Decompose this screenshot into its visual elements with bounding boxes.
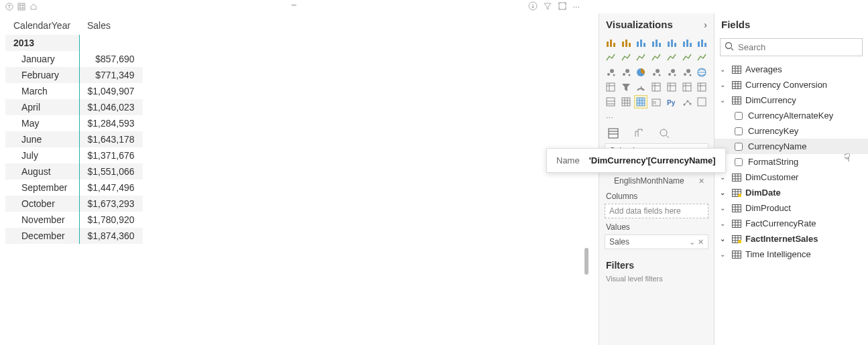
viz-type-icon[interactable] — [650, 37, 662, 49]
fields-table-item[interactable]: ⌄Currency Conversion — [715, 77, 868, 92]
collapse-pane-icon[interactable]: › — [704, 19, 707, 30]
viz-type-icon[interactable]: R — [650, 96, 662, 108]
columns-well-dropzone[interactable]: Add data fields here — [605, 204, 708, 218]
table-row[interactable]: December$1,874,360 — [5, 228, 143, 244]
table-row[interactable]: October$1,673,293 — [5, 196, 143, 212]
column-header-sales[interactable]: Sales — [79, 16, 143, 35]
viz-more-icon[interactable]: ··· — [599, 111, 714, 123]
fields-column-item[interactable]: CurrencyAlternateKey — [715, 108, 868, 123]
chevron-right-icon[interactable]: ⌄ — [720, 220, 728, 227]
fields-column-item[interactable]: CurrencyKey — [715, 123, 868, 139]
viz-type-icon[interactable] — [696, 37, 708, 49]
fields-table-item[interactable]: ⌄DimProduct — [715, 200, 868, 216]
arrow-up-icon[interactable] — [5, 3, 13, 11]
report-canvas[interactable]: CalendarYear Sales 2013January$857,690Fe… — [0, 13, 599, 345]
viz-type-icon[interactable] — [650, 52, 662, 64]
grid-icon[interactable] — [17, 3, 25, 11]
viz-type-icon[interactable] — [605, 37, 617, 49]
viz-type-icon[interactable] — [681, 81, 693, 93]
viz-type-icon[interactable]: Py — [666, 96, 678, 108]
viz-type-icon[interactable] — [620, 52, 632, 64]
matrix-visual[interactable]: CalendarYear Sales 2013January$857,690Fe… — [5, 16, 143, 244]
field-checkbox[interactable] — [735, 143, 743, 151]
more-icon[interactable]: ··· — [572, 1, 580, 13]
chevron-right-icon[interactable]: ⌄ — [720, 66, 728, 73]
viz-type-icon[interactable] — [650, 81, 662, 93]
rows-well-child-month[interactable]: EnglishMonthName ✕ — [605, 174, 708, 188]
viz-type-icon[interactable] — [696, 66, 708, 78]
remove-icon[interactable]: ✕ — [698, 177, 704, 186]
table-row[interactable]: February$771,349 — [5, 67, 143, 83]
fields-table-item[interactable]: ⌄DimCurrency — [715, 92, 868, 108]
viz-type-icon[interactable] — [650, 66, 662, 78]
format-well-tab-icon[interactable] — [633, 127, 645, 139]
viz-type-icon[interactable] — [666, 52, 678, 64]
analytics-well-tab-icon[interactable] — [658, 127, 670, 139]
table-row[interactable]: November$1,780,920 — [5, 212, 143, 228]
field-checkbox[interactable] — [735, 127, 743, 135]
chevron-right-icon[interactable]: ⌄ — [720, 174, 728, 181]
field-checkbox[interactable] — [735, 158, 743, 166]
fields-well-tab-icon[interactable] — [607, 127, 619, 139]
table-row[interactable]: August$1,551,066 — [5, 163, 143, 180]
viz-type-icon[interactable] — [620, 96, 632, 108]
table-row[interactable]: July$1,371,676 — [5, 147, 143, 163]
viz-type-icon[interactable] — [666, 81, 678, 93]
viz-type-icon[interactable] — [666, 37, 678, 49]
viz-type-icon[interactable] — [635, 66, 647, 78]
home-icon[interactable] — [29, 3, 38, 11]
fields-search[interactable] — [720, 38, 863, 56]
viz-type-icon[interactable] — [681, 37, 693, 49]
fields-table-item[interactable]: ⌄DimCustomer — [715, 169, 868, 185]
chevron-right-icon[interactable]: ⌄ — [720, 81, 728, 88]
chevron-down-icon[interactable]: ⌄ — [689, 238, 695, 247]
arrow-down-circle-icon[interactable] — [528, 1, 538, 13]
viz-type-icon[interactable] — [681, 52, 693, 64]
focus-icon[interactable] — [558, 1, 567, 13]
table-row[interactable]: April$1,046,023 — [5, 99, 143, 115]
column-header-year[interactable]: CalendarYear — [5, 16, 79, 35]
table-row[interactable]: May$1,284,593 — [5, 115, 143, 131]
viz-type-icon[interactable] — [620, 37, 632, 49]
viz-type-icon[interactable] — [696, 81, 708, 93]
table-year-row[interactable]: 2013 — [5, 35, 143, 51]
table-row[interactable]: January$857,690 — [5, 51, 143, 67]
chevron-right-icon[interactable]: ⌄ — [720, 235, 728, 243]
fields-column-item[interactable]: FormatString — [715, 154, 868, 169]
fields-column-item[interactable]: CurrencyName — [715, 139, 868, 154]
viz-type-icon[interactable] — [635, 37, 647, 49]
viz-type-icon[interactable] — [605, 52, 617, 64]
fields-table-item[interactable]: ⌄FactInternetSales — [715, 231, 868, 247]
chevron-right-icon[interactable]: ⌄ — [720, 204, 728, 212]
table-row[interactable]: June$1,643,178 — [5, 131, 143, 147]
viz-type-icon[interactable] — [620, 81, 632, 93]
chevron-down-icon[interactable]: ⌄ — [720, 96, 728, 104]
viz-type-icon[interactable] — [605, 81, 617, 93]
viz-type-icon[interactable] — [620, 66, 632, 78]
viz-type-icon[interactable] — [696, 52, 708, 64]
fields-table-item[interactable]: ⌄Time Intelligence — [715, 247, 868, 262]
table-row[interactable]: March$1,049,907 — [5, 83, 143, 99]
viz-type-icon[interactable] — [681, 96, 693, 108]
fields-table-item[interactable]: ⌄DimDate — [715, 185, 868, 200]
fields-table-item[interactable]: ⌄FactCurrencyRate — [715, 216, 868, 231]
table-row[interactable]: September$1,447,496 — [5, 180, 143, 196]
field-checkbox[interactable] — [735, 112, 743, 120]
filter-icon[interactable] — [543, 1, 552, 13]
viz-type-icon[interactable] — [605, 66, 617, 78]
grip-icon[interactable]: ═ — [292, 1, 297, 9]
scrollbar-thumb[interactable] — [584, 248, 588, 275]
viz-type-icon[interactable] — [666, 66, 678, 78]
viz-type-icon[interactable] — [605, 96, 617, 108]
viz-type-icon[interactable] — [635, 96, 647, 108]
viz-type-icon[interactable] — [696, 96, 708, 108]
viz-type-icon[interactable] — [635, 81, 647, 93]
values-well-field-sales[interactable]: Sales ⌄✕ — [605, 234, 708, 249]
viz-type-icon[interactable] — [681, 66, 693, 78]
chevron-right-icon[interactable]: ⌄ — [720, 251, 728, 258]
fields-table-item[interactable]: ⌄Averages — [715, 62, 868, 77]
search-input[interactable] — [738, 42, 858, 52]
remove-icon[interactable]: ✕ — [698, 238, 704, 247]
chevron-right-icon[interactable]: ⌄ — [720, 189, 728, 196]
viz-type-icon[interactable] — [635, 52, 647, 64]
